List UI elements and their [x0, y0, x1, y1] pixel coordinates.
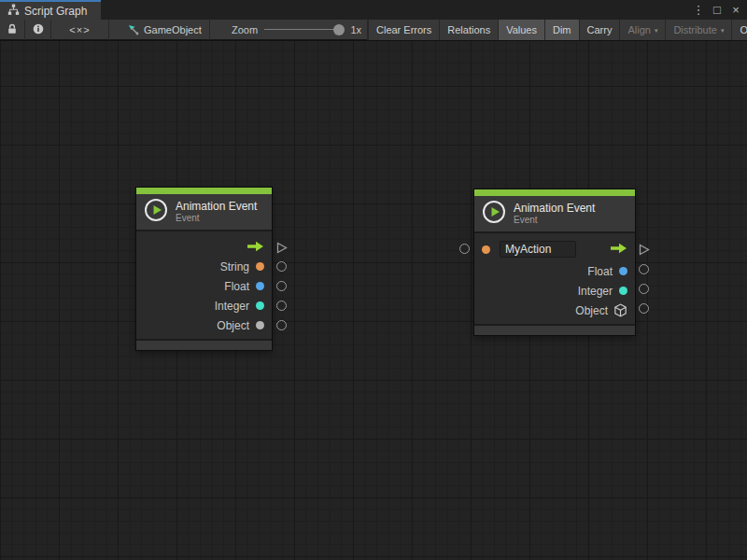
node-footer: [474, 326, 635, 335]
graph-tab-icon: [7, 4, 20, 19]
code-toggle-label: <×>: [69, 24, 90, 35]
graph-owner-reference[interactable]: GameObject: [120, 20, 210, 40]
zoom-value: 1x: [350, 24, 361, 35]
object-output-connector[interactable]: [639, 303, 649, 314]
string-output-connector[interactable]: [276, 261, 287, 272]
code-preview-toggle[interactable]: <×>: [51, 20, 109, 40]
cube-icon[interactable]: [613, 303, 627, 317]
port-row-name-input[interactable]: [474, 237, 635, 261]
info-icon: [33, 21, 44, 38]
port-row-object[interactable]: Object: [136, 315, 272, 335]
tab-script-graph[interactable]: Script Graph: [0, 0, 101, 20]
node-accent-bar: [474, 189, 635, 196]
event-play-icon: [144, 198, 168, 226]
node-header[interactable]: Animation Event Event: [474, 196, 635, 231]
port-dot-string[interactable]: [256, 262, 264, 271]
graph-toolbar: <×> GameObject Zoom 1x Clear E: [0, 20, 747, 40]
zoom-slider-track: [264, 29, 344, 30]
node-animation-event-left[interactable]: Animation Event Event String: [136, 188, 272, 350]
node-body: String Float Integer Object: [136, 231, 272, 339]
chevron-down-icon: ▾: [655, 27, 658, 35]
carry-button[interactable]: Carry: [579, 20, 620, 40]
node-footer: [136, 341, 272, 350]
tab-title: Script Graph: [24, 5, 87, 18]
distribute-dropdown[interactable]: Distribute ▾: [665, 20, 731, 40]
graph-canvas[interactable]: Animation Event Event String: [0, 41, 747, 560]
toolbar-left-cluster: <×>: [0, 20, 109, 40]
lock-icon: [7, 21, 18, 38]
values-button[interactable]: Values: [498, 20, 544, 40]
flow-output-connector[interactable]: [276, 241, 288, 258]
relations-button[interactable]: Relations: [439, 20, 498, 40]
node-title: Animation Event: [176, 200, 257, 213]
zoom-slider-knob[interactable]: [333, 24, 345, 35]
port-dot-string-input[interactable]: [482, 245, 490, 254]
node-subtitle: Event: [514, 215, 595, 226]
float-output-connector[interactable]: [639, 264, 649, 274]
info-button[interactable]: [25, 20, 51, 40]
window-menu-icon[interactable]: ⋮: [691, 0, 706, 20]
flow-output-connector[interactable]: [639, 243, 650, 259]
node-animation-event-right[interactable]: Animation Event Event Float: [474, 189, 635, 335]
port-dot-float[interactable]: [619, 267, 627, 275]
port-row-float[interactable]: Float: [474, 261, 635, 281]
flow-arrow-icon: [611, 241, 627, 258]
port-row-string[interactable]: String: [136, 257, 272, 276]
port-dot-float[interactable]: [256, 282, 264, 290]
clear-errors-button[interactable]: Clear Errors: [368, 20, 439, 40]
port-row-float[interactable]: Float: [136, 276, 272, 296]
node-accent-bar: [136, 188, 272, 194]
overview-button[interactable]: Overview: [731, 20, 747, 40]
align-dropdown[interactable]: Align ▾: [619, 20, 665, 40]
maximize-icon[interactable]: □: [710, 0, 725, 20]
port-dot-object[interactable]: [256, 321, 264, 329]
action-name-field[interactable]: [500, 241, 576, 258]
integer-output-connector[interactable]: [639, 284, 649, 294]
zoom-control: Zoom 1x: [226, 20, 368, 40]
node-body: Float Integer Object: [474, 233, 635, 324]
integer-output-connector[interactable]: [276, 301, 287, 311]
port-row-object[interactable]: Object: [474, 301, 635, 320]
toolbar-button-cluster: Clear Errors Relations Values Dim Carry …: [368, 20, 747, 40]
graph-owner-label: GameObject: [144, 24, 202, 35]
object-output-connector[interactable]: [276, 320, 287, 330]
lock-button[interactable]: [0, 20, 25, 40]
close-icon[interactable]: ×: [728, 0, 743, 20]
string-input-connector[interactable]: [459, 244, 470, 254]
port-dot-integer[interactable]: [256, 301, 264, 310]
port-dot-integer[interactable]: [619, 287, 627, 295]
node-header[interactable]: Animation Event Event: [136, 194, 272, 230]
script-graph-window: Script Graph ⋮ □ ×: [0, 0, 747, 560]
window-controls: ⋮ □ ×: [691, 0, 743, 20]
flow-arrow-icon: [247, 239, 264, 256]
port-row-flow-out[interactable]: [136, 237, 272, 257]
float-output-connector[interactable]: [276, 281, 287, 291]
chevron-down-icon: ▾: [721, 27, 725, 35]
dim-button[interactable]: Dim: [544, 20, 579, 40]
zoom-slider[interactable]: [264, 24, 344, 35]
port-row-integer[interactable]: Integer: [136, 296, 272, 315]
zoom-label: Zoom: [232, 24, 258, 35]
port-row-integer[interactable]: Integer: [474, 281, 635, 301]
node-subtitle: Event: [176, 213, 257, 224]
graph-reference-icon: [127, 23, 139, 37]
event-play-icon: [482, 200, 506, 228]
node-title: Animation Event: [514, 202, 595, 215]
tab-bar: Script Graph ⋮ □ ×: [0, 0, 747, 20]
